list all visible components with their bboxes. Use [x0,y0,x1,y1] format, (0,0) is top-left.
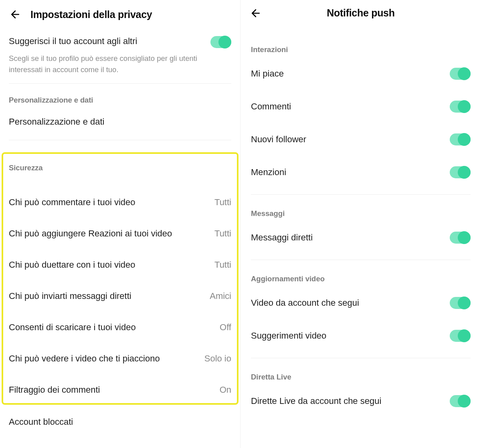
option-label: Chi può aggiungere Reazioni ai tuoi vide… [9,228,172,239]
privacy-header: Impostazioni della privacy [0,0,240,34]
option-value: Tutti [214,260,231,270]
divider [9,140,231,140]
option-value: Amici [210,291,231,301]
toggle-live-followed[interactable] [450,395,471,407]
suggest-account-desc: Scegli se il tuo profilo può essere cons… [9,53,231,75]
notif-label: Dirette Live da account che segui [251,396,381,406]
suggest-account-label: Suggerisci il tuo account agli altri [9,36,137,46]
option-value: Tutti [214,228,231,239]
option-label: Chi può inviarti messaggi diretti [9,291,131,301]
group-header-video-updates: Aggiornamenti video [251,260,471,287]
privacy-title: Impostazioni della privacy [30,9,152,20]
group-header-messages: Messaggi [251,195,471,221]
option-value: Tutti [214,197,231,208]
notif-likes[interactable]: Mi piace [251,57,471,90]
toggle-likes[interactable] [450,68,471,80]
notif-followers[interactable]: Nuovi follower [251,123,471,156]
notif-label: Commenti [251,101,291,112]
privacy-settings-pane: Impostazioni della privacy Suggerisci il… [0,0,240,448]
security-option-comment-filter[interactable]: Filtraggio dei commenti On [9,374,231,403]
suggest-account-toggle[interactable] [210,36,231,48]
notif-label: Menzioni [251,167,286,178]
security-option-download[interactable]: Consenti di scaricare i tuoi video Off [9,312,231,343]
option-value: On [220,385,231,395]
back-icon[interactable] [8,7,22,22]
notif-followed-videos[interactable]: Video da account che segui [251,287,471,319]
security-header: Sicurezza [9,163,231,172]
personalization-item[interactable]: Personalizzazione e dati [9,117,231,127]
personalization-header: Personalizzazione e dati [9,96,231,105]
toggle-followed-videos[interactable] [450,297,471,309]
option-label: Chi può commentare i tuoi video [9,197,135,208]
notifications-header: Notifiche push [240,0,481,31]
security-option-liked-videos[interactable]: Chi può vedere i video che ti piacciono … [9,343,231,374]
notifications-title: Notifiche push [327,7,394,19]
notif-label: Video da account che segui [251,298,359,308]
notif-video-suggestions[interactable]: Suggerimenti video [251,319,471,352]
push-notifications-pane: Notifiche push Interazioni Mi piace Comm… [240,0,481,448]
toggle-followers[interactable] [450,133,471,145]
security-option-messages[interactable]: Chi può inviarti messaggi diretti Amici [9,281,231,312]
security-highlight-box: Sicurezza Chi può commentare i tuoi vide… [2,152,238,405]
notif-label: Messaggi diretti [251,232,313,243]
group-header-live: Diretta Live [251,358,471,385]
notif-label: Nuovi follower [251,134,306,145]
notifications-content: Interazioni Mi piace Commenti Nuovi foll… [240,31,481,418]
option-label: Consenti di scaricare i tuoi video [9,322,136,333]
security-option-comments[interactable]: Chi può commentare i tuoi video Tutti [9,187,231,218]
option-value: Solo io [204,353,231,364]
security-option-reactions[interactable]: Chi può aggiungere Reazioni ai tuoi vide… [9,218,231,249]
notif-direct-messages[interactable]: Messaggi diretti [251,221,471,254]
notif-label: Mi piace [251,69,284,79]
notif-live-followed[interactable]: Dirette Live da account che segui [251,385,471,418]
toggle-video-suggestions[interactable] [450,330,471,342]
security-option-duet[interactable]: Chi può duettare con i tuoi video Tutti [9,249,231,281]
blocked-accounts-item[interactable]: Account bloccati [9,417,231,427]
group-header-interactions: Interazioni [251,31,471,57]
toggle-comments[interactable] [450,101,471,113]
divider [9,83,231,84]
notif-mentions[interactable]: Menzioni [251,156,471,189]
option-label: Chi può duettare con i tuoi video [9,260,135,270]
toggle-mentions[interactable] [450,166,471,178]
toggle-direct-messages[interactable] [450,232,471,244]
option-label: Filtraggio dei commenti [9,385,100,395]
option-value: Off [220,322,231,333]
notif-label: Suggerimenti video [251,331,326,341]
option-label: Chi può vedere i video che ti piacciono [9,353,160,364]
privacy-content: Suggerisci il tuo account agli altri Sce… [0,34,240,427]
suggest-account-row[interactable]: Suggerisci il tuo account agli altri [9,34,231,53]
back-icon[interactable] [249,6,263,20]
notif-comments[interactable]: Commenti [251,90,471,123]
